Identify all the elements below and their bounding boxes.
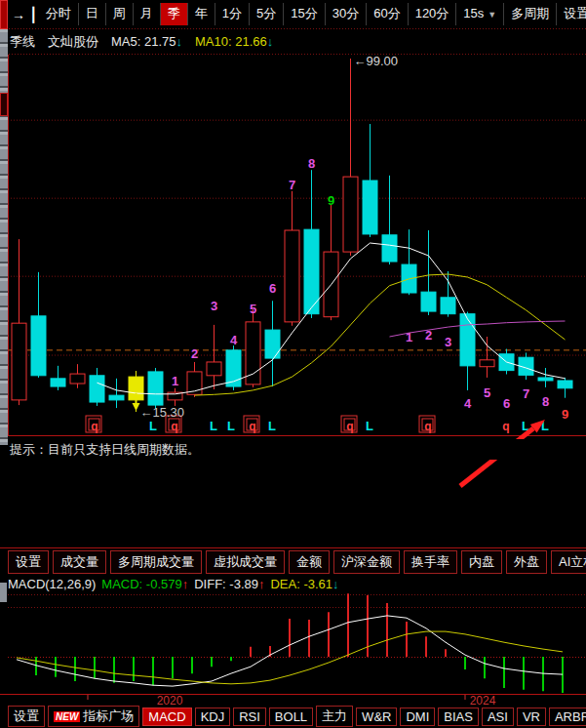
period-tab-120分[interactable]: 120分: [408, 3, 456, 25]
candle-body: [285, 230, 299, 322]
bottom-tab-BOLL[interactable]: BOLL: [269, 708, 313, 726]
dea-down-arrow-icon: ↓: [332, 577, 339, 591]
bottom-tab-指标广场[interactable]: NEW指标广场: [48, 706, 139, 727]
period-tabs: 分时日周月季年1分5分15分30分60分120分15s▼多周期设置: [39, 3, 586, 25]
low-marker: L: [268, 419, 276, 433]
candle-body: [382, 235, 397, 262]
period-tab-设置[interactable]: 设置: [556, 3, 586, 25]
indicator-button-AI立桩成交量[interactable]: AI立桩成交量: [551, 550, 586, 574]
jump-to-latest-icon[interactable]: →▕: [12, 7, 32, 22]
gap-marker: q: [91, 420, 98, 433]
ma5-readout: MA5: 21.75↓: [111, 34, 182, 49]
charts-overlay: 123456789123456789qLqLLqLqLqqLL←99.00←15…: [0, 0, 586, 728]
nine-count-label: 1: [172, 374, 178, 388]
period-label: 季线: [10, 33, 35, 51]
ma-line-MA-long: [390, 321, 566, 337]
period-tab-15s[interactable]: 15s▼: [455, 3, 503, 25]
period-tab-周[interactable]: 周: [105, 3, 133, 25]
indicator-button-换手率[interactable]: 换手率: [404, 550, 457, 574]
period-tab-5分[interactable]: 5分: [249, 3, 283, 25]
nine-count-label: 2: [191, 346, 198, 361]
candle-body: [207, 362, 221, 376]
candle-body: [90, 376, 104, 402]
low-marker: L: [366, 419, 373, 433]
new-badge: NEW: [54, 711, 80, 722]
nine-count-label: 5: [484, 385, 490, 400]
indicator-button-虚拟成交量[interactable]: 虚拟成交量: [206, 550, 285, 574]
indicator-button-沪深金额[interactable]: 沪深金额: [333, 550, 400, 574]
bottom-tab-设置[interactable]: 设置: [8, 706, 45, 727]
left-strip-top-button[interactable]: [0, 0, 8, 29]
nine-count-label: 7: [289, 178, 295, 192]
dea-value: DEA: -3.61↓: [270, 577, 338, 591]
candle-body: [558, 381, 572, 388]
candle-body: [109, 395, 124, 400]
period-tab-30分[interactable]: 30分: [325, 3, 366, 25]
candle-body: [70, 374, 85, 384]
indicator-toolbar: 设置成交量多周期成交量虚拟成交量金额沪深金额换手率内盘外盘AI立桩成交量盘后成交…: [0, 547, 586, 576]
bottom-tab-DMI[interactable]: DMI: [400, 708, 435, 726]
candle-body: [363, 181, 377, 234]
macd-readout: MACD(12,26,9) MACD: -0.579↑ DIFF: -3.89↑…: [0, 575, 586, 592]
gap-marker: q: [502, 420, 509, 433]
period-tab-60分[interactable]: 60分: [366, 3, 407, 25]
nine-count-label: 9: [328, 193, 334, 208]
bottom-tab-RSI[interactable]: RSI: [233, 708, 266, 726]
period-tab-月[interactable]: 月: [133, 3, 160, 25]
candle-body: [421, 292, 436, 311]
period-tab-bar: →▕ 分时日周月季年1分5分15分30分60分120分15s▼多周期设置: [0, 0, 586, 28]
indicator-tab-bar: 设置NEW指标广场MACDKDJRSIBOLL主力W&RDMIBIASASIVR…: [0, 705, 586, 728]
period-tab-1分[interactable]: 1分: [215, 3, 249, 25]
bottom-tab-主力[interactable]: 主力: [316, 706, 353, 727]
bottom-tab-BIAS[interactable]: BIAS: [438, 708, 479, 726]
candle-body: [343, 177, 358, 252]
gap-marker: q: [424, 420, 431, 433]
ma10-readout: MA10: 21.66↓: [195, 34, 273, 49]
diff-up-arrow-icon: ↑: [258, 577, 265, 591]
nine-count-label: 6: [503, 396, 510, 411]
candle-body: [31, 316, 46, 376]
candle-body: [51, 379, 65, 386]
bottom-tab-MACD[interactable]: MACD: [142, 708, 191, 726]
bottom-tab-ASI[interactable]: ASI: [482, 708, 514, 726]
period-tab-年[interactable]: 年: [187, 3, 215, 25]
macd-scroll-thumb[interactable]: [0, 583, 7, 602]
indicator-button-内盘[interactable]: 内盘: [461, 550, 502, 574]
period-tab-分时[interactable]: 分时: [39, 3, 78, 25]
bottom-tab-KDJ[interactable]: KDJ: [195, 708, 231, 726]
low-marker: L: [227, 419, 235, 433]
notice-text: 提示：目前只支持日线周期数据。: [0, 439, 586, 460]
left-strip-active-button[interactable]: [0, 93, 8, 116]
candle-body: [480, 360, 494, 367]
macd-up-arrow-icon: ↑: [182, 577, 189, 591]
indicator-button-成交量[interactable]: 成交量: [53, 550, 106, 574]
nine-count-label: 8: [542, 394, 549, 409]
nine-count-label: 3: [211, 299, 217, 313]
period-tab-15分[interactable]: 15分: [283, 3, 324, 25]
period-tab-多周期[interactable]: 多周期: [503, 3, 556, 25]
ma10-value: 21.66: [235, 34, 267, 49]
left-tool-strip[interactable]: [0, 0, 8, 445]
gap-marker: q: [249, 420, 255, 433]
low-flag-arrow-head: [133, 403, 140, 411]
candle-body: [538, 378, 553, 381]
indicator-button-设置[interactable]: 设置: [8, 550, 49, 574]
bottom-tab-W&R[interactable]: W&R: [356, 708, 397, 726]
ma10-down-arrow-icon: ↓: [267, 34, 274, 49]
nine-count-label: 8: [308, 156, 315, 171]
candle-body: [460, 314, 475, 366]
indicator-button-外盘[interactable]: 外盘: [506, 550, 547, 574]
gap-marker: q: [171, 420, 177, 433]
indicator-button-金额[interactable]: 金额: [289, 550, 330, 574]
nine-count-label: 6: [269, 281, 276, 296]
period-tab-季[interactable]: 季: [160, 3, 187, 25]
bottom-tab-ARBR[interactable]: ARBR: [549, 708, 586, 726]
low-marker: L: [149, 419, 157, 433]
nine-count-label: 5: [250, 302, 256, 316]
ma5-down-arrow-icon: ↓: [176, 34, 183, 49]
high-price-label: ←99.00: [354, 54, 399, 68]
candle-body: [148, 372, 163, 405]
indicator-button-多周期成交量[interactable]: 多周期成交量: [110, 550, 202, 574]
bottom-tab-VR[interactable]: VR: [517, 708, 546, 726]
period-tab-日[interactable]: 日: [78, 3, 105, 25]
